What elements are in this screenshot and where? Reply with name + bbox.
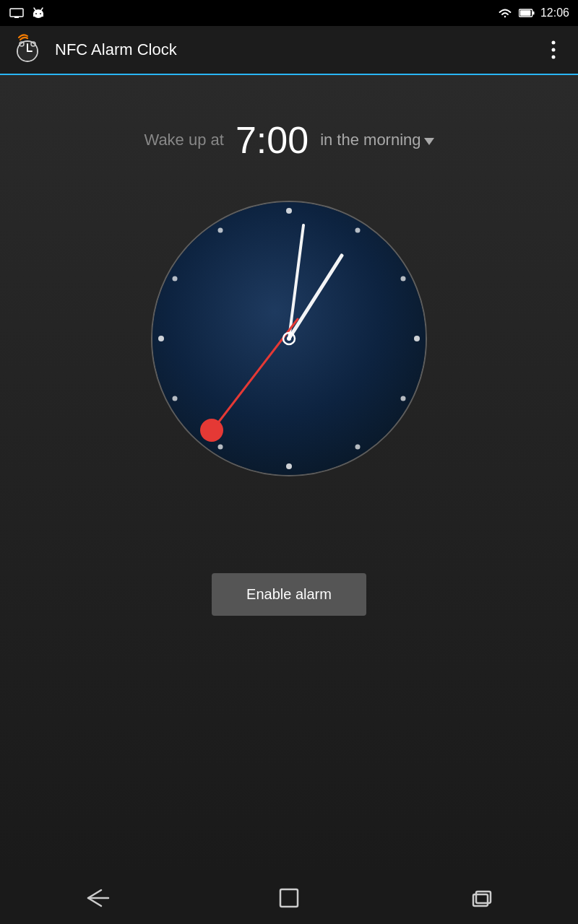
svg-line-6	[34, 8, 35, 10]
app-bar: NFC Alarm Clock	[0, 26, 578, 75]
battery-icon	[519, 5, 535, 21]
svg-point-17	[552, 41, 556, 45]
svg-point-28	[286, 463, 292, 469]
svg-point-26	[401, 396, 406, 401]
screen-icon	[9, 5, 25, 21]
svg-point-39	[200, 419, 223, 442]
svg-point-29	[218, 445, 223, 450]
main-content: Wake up at 7:00 in the morning	[0, 75, 578, 872]
app-title: NFC Alarm Clock	[55, 40, 540, 59]
svg-rect-1	[14, 17, 19, 18]
svg-point-19	[552, 56, 556, 59]
enable-alarm-button[interactable]: Enable alarm	[212, 573, 366, 616]
svg-rect-9	[532, 12, 535, 15]
period-selector[interactable]: in the morning	[320, 131, 434, 149]
svg-point-31	[158, 336, 164, 341]
svg-line-7	[41, 8, 43, 10]
app-icon	[12, 34, 43, 66]
svg-point-27	[355, 445, 361, 450]
status-bar-left	[9, 5, 46, 21]
dropdown-arrow-icon	[424, 138, 434, 145]
overflow-menu-button[interactable]	[540, 37, 566, 63]
home-button[interactable]	[260, 880, 318, 916]
clock-face[interactable]	[148, 198, 430, 479]
status-bar-right: 12:06	[497, 5, 569, 21]
svg-point-24	[401, 276, 406, 282]
nav-bar	[0, 872, 578, 924]
status-bar: 12:06	[0, 0, 578, 26]
svg-point-4	[35, 13, 37, 14]
wake-up-label: Wake up at	[144, 131, 223, 149]
wake-up-time[interactable]: 7:00	[236, 118, 309, 162]
wifi-icon	[497, 5, 513, 21]
svg-rect-3	[33, 13, 43, 17]
svg-rect-0	[10, 9, 23, 17]
svg-point-38	[287, 336, 291, 341]
svg-rect-10	[520, 10, 531, 15]
recents-button[interactable]	[453, 880, 511, 916]
svg-point-5	[40, 13, 41, 14]
svg-point-33	[218, 228, 223, 233]
status-time: 12:06	[540, 6, 569, 19]
period-text: in the morning	[320, 131, 420, 149]
svg-point-32	[173, 276, 178, 282]
svg-point-23	[355, 228, 361, 233]
wake-up-row: Wake up at 7:00 in the morning	[144, 118, 434, 162]
android-icon	[30, 5, 46, 21]
svg-point-22	[286, 208, 292, 214]
svg-point-25	[414, 336, 420, 341]
svg-point-18	[552, 48, 556, 52]
svg-point-30	[173, 396, 178, 401]
svg-rect-40	[280, 889, 298, 907]
back-button[interactable]	[67, 880, 125, 916]
